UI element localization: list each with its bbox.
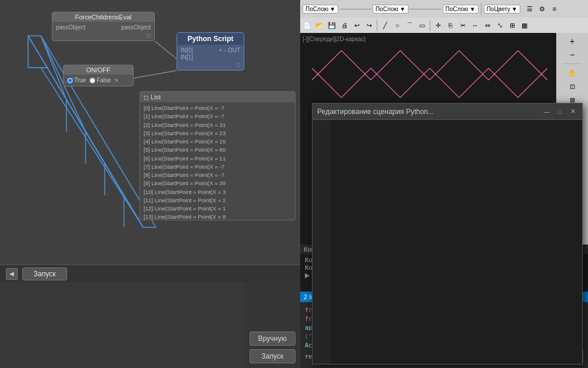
- save-icon[interactable]: 💾: [326, 19, 338, 31]
- sep3: [430, 19, 430, 31]
- left-arrow-btn[interactable]: ◀: [6, 268, 18, 280]
- list-item: [5] Line(StartPoint = Point(X = 80: [144, 146, 291, 154]
- dropdown-label-2: ПоСлою: [376, 6, 398, 12]
- zoom-in-icon[interactable]: +: [566, 35, 578, 47]
- arc-tool-icon[interactable]: ⌒: [404, 19, 416, 31]
- dynamo-bottom-preview: Вручную Запуск: [0, 282, 300, 368]
- toolbar-sep-1: [481, 3, 481, 15]
- list-content: [0] Line(StartPoint = Point(X = -7[1] Li…: [140, 102, 295, 220]
- radio-true[interactable]: [67, 78, 73, 83]
- sep-v1: [563, 63, 581, 64]
- mirror-icon[interactable]: ⇔: [481, 19, 493, 31]
- dropdown-posloy-3[interactable]: ПоСлою ▼: [443, 5, 479, 14]
- list-item: [4] Line(StartPoint = Point(X = 15: [144, 138, 291, 146]
- list-item: [2] Line(StartPoint = Point(X = 31: [144, 121, 291, 129]
- svg-text:[-][Спереди]|2D-каркас|: [-][Спереди]|2D-каркас|: [303, 36, 366, 42]
- radio-true-label[interactable]: True: [67, 77, 86, 83]
- dynamo-canvas: ForceChildrensEval passObject passObject…: [0, 0, 300, 368]
- sep2: [377, 19, 377, 31]
- print-icon[interactable]: 🖨: [338, 19, 350, 31]
- trim-icon[interactable]: ✂: [457, 19, 469, 31]
- onoff-title: ON/OFF: [64, 65, 133, 75]
- launch-btn[interactable]: Запуск: [250, 349, 295, 363]
- svg-line-7: [41, 68, 143, 227]
- extend-icon[interactable]: ↔: [469, 19, 481, 31]
- dropdown-pocvetu[interactable]: ПоЦвету ▼: [484, 5, 520, 14]
- python-port-in1: IN[1]: [181, 54, 240, 61]
- out-label: OUT: [228, 47, 240, 53]
- chevron-down-icon-3: ▼: [470, 6, 476, 12]
- node-canvas[interactable]: ForceChildrensEval passObject passObject…: [0, 0, 300, 265]
- python-editor-titlebar: Редактирование сценария Python... — □ ✕: [313, 103, 582, 120]
- list-item: [10] Line(StartPoint = Point(X = 3: [144, 188, 291, 196]
- hatch-icon[interactable]: ▦: [519, 19, 530, 31]
- radio-false-label[interactable]: False: [89, 77, 111, 83]
- dynamo-run-bar: ◀ Запуск: [0, 265, 300, 282]
- redo-icon[interactable]: ↪: [363, 19, 375, 31]
- dropdown-posloy-2[interactable]: ПоСлою ▼: [373, 5, 408, 14]
- onoff-arrow: >: [115, 77, 118, 83]
- list-item: [12] Line(StartPoint = Point(X = 1: [144, 205, 291, 213]
- open-icon[interactable]: 📂: [314, 19, 325, 31]
- dropdown-label-1: ПоСлою: [305, 6, 328, 12]
- close-btn[interactable]: ✕: [568, 107, 577, 116]
- autocad-toolbar2: 📄 📂 💾 🖨 ↩ ↪ ╱ ○ ⌒ ▭ ✛ ⎘ ✂ ↔ ⇔ ⤡ ⊞ ▦: [300, 18, 588, 33]
- list-item: [11] Line(StartPoint = Point(X = 2: [144, 196, 291, 205]
- maximize-btn[interactable]: □: [555, 107, 564, 116]
- window-buttons: — □ ✕: [542, 107, 577, 116]
- python-port-in0: IN[0] + - OUT: [181, 47, 240, 53]
- chevron-down-icon-2: ▼: [400, 6, 406, 12]
- layer-icon[interactable]: ☰: [524, 3, 536, 15]
- dropdown-label-4: ПоЦвету: [487, 6, 510, 12]
- minus-op: -: [224, 47, 226, 53]
- pan-icon[interactable]: ✋: [566, 67, 578, 79]
- autocad-toolbar: ПоСлою ▼ —————— ПоСлою ▼ —————— ПоСлою ▼…: [300, 0, 588, 18]
- chevron-down-icon-4: ▼: [511, 6, 517, 12]
- python-script-node[interactable]: Python Script IN[0] + - OUT IN[1] ◻: [177, 32, 244, 71]
- list-item: [1] Line(StartPoint = Point(X = -7: [144, 112, 291, 121]
- list-item: [8] Line(StartPoint = Point(X = -7: [144, 171, 291, 179]
- onoff-node[interactable]: ON/OFF True False >: [63, 65, 134, 86]
- array-icon[interactable]: ⊞: [506, 19, 518, 31]
- dropdown-posloy-1[interactable]: ПоСлою ▼: [303, 5, 338, 14]
- chevron-down-icon-1: ▼: [330, 6, 335, 12]
- python-node-title: Python Script: [177, 33, 244, 45]
- list-item: [7] Line(StartPoint = Point(X = -7: [144, 163, 291, 171]
- list-item: [13] Line(StartPoint = Point(X = 8: [144, 213, 291, 220]
- list-item: [0] Line(StartPoint = Point(X = -7: [144, 104, 291, 112]
- list-item: [9] Line(StartPoint = Point(X = 39: [144, 179, 291, 188]
- zoom-window-icon[interactable]: ⊡: [566, 81, 578, 92]
- undo-icon[interactable]: ↩: [351, 19, 363, 31]
- properties-icon[interactable]: ⚙: [536, 3, 548, 15]
- run-button[interactable]: Запуск: [22, 267, 67, 280]
- list-output-box: ◻ List [0] Line(StartPoint = Point(X = -…: [139, 91, 295, 220]
- node-force-title: ForceChildrensEval: [52, 12, 154, 22]
- line-numbers: [313, 120, 330, 364]
- plus-op: +: [219, 47, 222, 53]
- list-item: [3] Line(StartPoint = Point(X = 23: [144, 129, 291, 138]
- match-icon[interactable]: ≡: [549, 3, 560, 15]
- code-content[interactable]: [330, 120, 582, 364]
- port-pass-right: passObject: [121, 24, 151, 31]
- line-segment-2: ——————: [410, 6, 441, 12]
- zoom-out-icon[interactable]: −: [566, 49, 578, 61]
- circle-tool-icon[interactable]: ○: [391, 19, 403, 31]
- onoff-radio-row: True False >: [67, 77, 129, 83]
- force-childrens-node[interactable]: ForceChildrensEval passObject passObject…: [52, 12, 155, 41]
- copy-icon[interactable]: ⎘: [444, 19, 456, 31]
- list-item: [6] Line(StartPoint = Point(X = 11: [144, 155, 291, 163]
- node-force-ports: passObject passObject: [56, 24, 151, 31]
- rect-tool-icon[interactable]: ▭: [416, 19, 428, 31]
- minimize-btn[interactable]: —: [542, 107, 552, 116]
- port-pass-left: passObject: [56, 24, 85, 31]
- radio-false[interactable]: [89, 78, 95, 83]
- line-tool-icon[interactable]: ╱: [379, 19, 391, 31]
- manual-btn[interactable]: Вручную: [250, 332, 295, 346]
- line-segment-1: ——————: [340, 6, 371, 12]
- new-icon[interactable]: 📄: [301, 19, 313, 31]
- scale-icon[interactable]: ⤡: [494, 19, 506, 31]
- code-editor-area[interactable]: [313, 120, 582, 364]
- editor-title: Редактирование сценария Python...: [317, 108, 434, 116]
- move-icon[interactable]: ✛: [432, 19, 444, 31]
- dropdown-label-3: ПоСлою: [446, 6, 469, 12]
